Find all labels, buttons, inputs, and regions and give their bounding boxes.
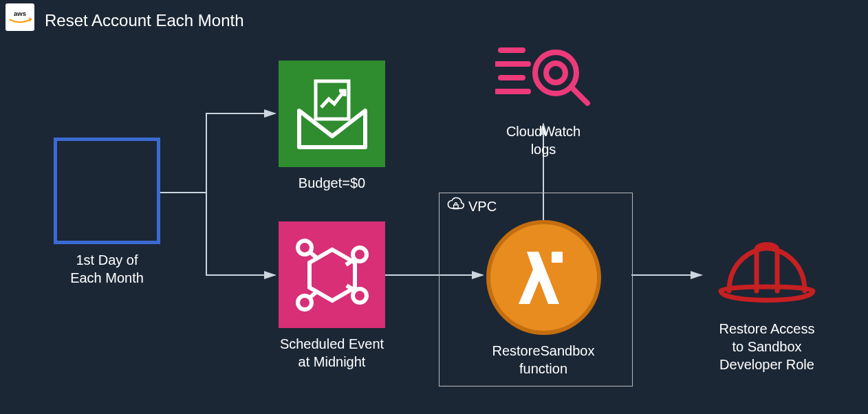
budget-icon [279,61,385,167]
vpc-label: VPC [468,199,497,215]
scheduled-event-icon [279,221,385,328]
role-label: Restore Accessto SandboxDeveloper Role [705,320,829,373]
node-calendar: 1st Day ofEach Month [54,138,160,287]
svg-line-14 [572,88,587,103]
svg-point-13 [546,63,565,83]
node-event: Scheduled Eventat Midnight [279,221,385,371]
node-role: Restore Accessto SandboxDeveloper Role [705,237,829,373]
budget-label: Budget=$0 [279,174,385,192]
aws-logo-text: aws [14,10,26,17]
vpc-label-row: VPC [446,196,497,217]
event-label: Scheduled Eventat Midnight [279,335,385,371]
node-logs: CloudWatchlogs [492,40,595,158]
node-budget: Budget=$0 [279,61,385,192]
svg-rect-7 [552,252,563,263]
aws-logo: aws [6,3,34,31]
cloud-lock-icon [446,196,464,217]
diagram-canvas: aws Reset Account Each Month [0,0,868,414]
logs-label: CloudWatchlogs [492,122,595,158]
diagram-title: Reset Account Each Month [45,11,244,30]
svg-point-3 [353,248,367,261]
svg-point-2 [298,241,312,254]
lambda-icon [486,220,601,335]
lambda-label: RestoreSandboxfunction [481,342,605,378]
hardhat-icon [705,237,829,313]
cloudwatch-logs-icon [492,40,595,116]
calendar-icon [54,138,160,244]
node-lambda: RestoreSandboxfunction [481,220,605,378]
calendar-label: 1st Day ofEach Month [54,251,160,287]
